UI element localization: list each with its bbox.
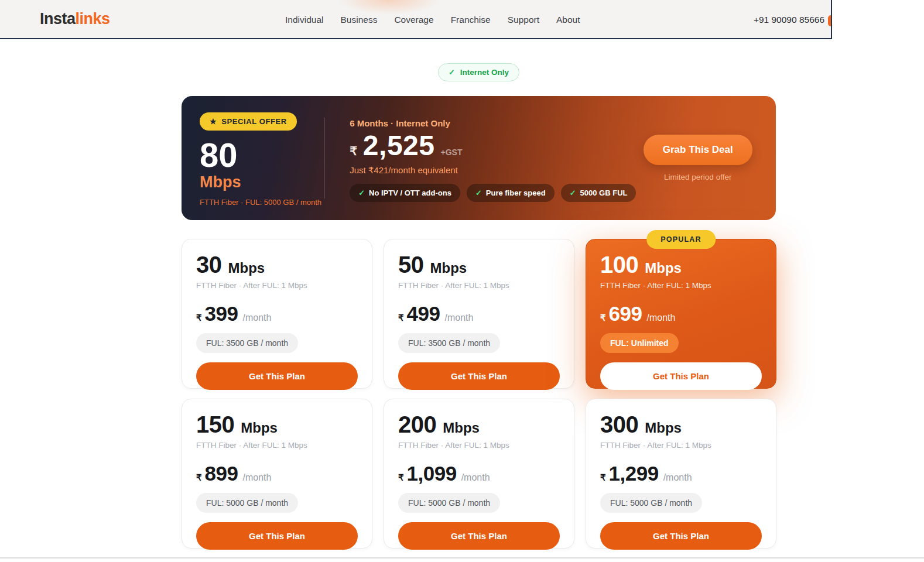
offer-speed-unit: Mbps [200,174,324,191]
main-content: ✓ Internet Only ★ SPECIAL OFFER 80 Mbps … [182,39,776,549]
get-this-plan-button[interactable]: Get This Plan [600,362,762,390]
plan-price: 1,299 [609,463,659,484]
special-offer-badge: ★ SPECIAL OFFER [200,112,297,131]
plan-period: /month [461,472,490,483]
check-icon: ✓ [358,189,365,197]
special-offer-label: SPECIAL OFFER [221,117,287,126]
offer-duration: 6 Months · Internet Only [350,118,636,128]
plan-card-100mbps-popular: POPULAR 100 Mbps FTTH Fiber · After FUL:… [586,239,776,389]
plan-speed-unit: Mbps [430,260,467,276]
get-this-plan-button[interactable]: Get This Plan [196,522,358,550]
popular-badge: POPULAR [646,230,716,249]
plans-grid: 30 Mbps FTTH Fiber · After FUL: 1 Mbps ₹… [182,239,776,549]
plan-speed: 300 [600,413,638,436]
plan-meta: FTTH Fiber · After FUL: 1 Mbps [196,441,358,450]
plan-meta: FTTH Fiber · After FUL: 1 Mbps [398,281,560,290]
get-this-plan-button[interactable]: Get This Plan [398,362,560,390]
plan-price: 499 [407,303,440,324]
nav-about[interactable]: About [556,15,580,25]
internet-only-toggle[interactable]: ✓ Internet Only [438,63,519,81]
plan-speed-unit: Mbps [645,420,682,436]
plan-card-50mbps: 50 Mbps FTTH Fiber · After FUL: 1 Mbps ₹… [384,239,574,389]
logo-part2: links [76,10,110,28]
limited-period-note: Limited period offer [664,173,731,181]
feature-label: No IPTV / OTT add-ons [369,189,451,197]
plan-card-30mbps: 30 Mbps FTTH Fiber · After FUL: 1 Mbps ₹… [182,239,372,389]
nav-franchise[interactable]: Franchise [451,15,491,25]
rupee-icon: ₹ [196,313,202,323]
plan-speed-unit: Mbps [645,260,682,276]
rupee-icon: ₹ [350,144,357,158]
star-icon: ★ [210,117,217,126]
plan-meta: FTTH Fiber · After FUL: 1 Mbps [196,281,358,290]
check-icon: ✓ [570,189,576,197]
plan-speed: 150 [196,413,234,436]
feature-label: 5000 GB FUL [580,189,628,197]
nav-individual[interactable]: Individual [285,15,324,25]
plan-speed-unit: Mbps [228,260,265,276]
plan-ful-badge: FUL: Unlimited [600,333,679,353]
feature-pill: ✓ Pure fiber speed [467,184,555,202]
plan-speed: 30 [196,253,222,276]
offer-left-section: ★ SPECIAL OFFER 80 Mbps FTTH Fiber · FUL… [182,112,324,204]
special-offer-banner: ★ SPECIAL OFFER 80 Mbps FTTH Fiber · FUL… [182,96,776,220]
plan-ful-badge: FUL: 3500 GB / month [196,333,298,353]
plan-meta: FTTH Fiber · After FUL: 1 Mbps [600,441,762,450]
offer-right-section: Grab This Deal Limited period offer [636,112,776,204]
logo-part1: Insta [40,10,76,28]
filter-label: Internet Only [460,68,509,77]
nav-support[interactable]: Support [508,15,539,25]
feature-pill: ✓ 5000 GB FUL [561,184,636,202]
offer-equivalent: Just ₹421/month equivalent [350,165,636,176]
main-nav: Individual Business Coverage Franchise S… [285,15,580,25]
plan-price: 1,099 [407,463,457,484]
plan-speed-unit: Mbps [241,420,278,436]
get-this-plan-button[interactable]: Get This Plan [196,362,358,390]
offer-price-row: ₹ 2,525 +GST [350,132,636,160]
rupee-icon: ₹ [398,313,404,323]
plan-period: /month [646,313,675,323]
filter-row: ✓ Internet Only [182,39,776,81]
plan-card-200mbps: 200 Mbps FTTH Fiber · After FUL: 1 Mbps … [384,399,574,549]
decorative-glow [340,0,439,14]
plan-meta: FTTH Fiber · After FUL: 1 Mbps [600,281,762,290]
nav-business[interactable]: Business [341,15,378,25]
grab-this-deal-button[interactable]: Grab This Deal [644,135,752,165]
header-cta-partial-button[interactable] [828,15,831,26]
offer-price: 2,525 [363,132,435,160]
rupee-icon: ₹ [600,472,606,483]
plan-period: /month [444,313,473,323]
plan-period: /month [242,313,271,323]
get-this-plan-button[interactable]: Get This Plan [600,522,762,550]
rupee-icon: ₹ [398,472,404,483]
plan-price: 899 [205,463,238,484]
plan-period: /month [242,472,271,483]
plan-ful-badge: FUL: 5000 GB / month [600,493,702,513]
plan-ful-badge: FUL: 5000 GB / month [196,493,298,513]
header: Instalinks Individual Business Coverage … [0,0,832,39]
plan-speed: 50 [398,253,424,276]
nav-coverage[interactable]: Coverage [394,15,433,25]
check-icon: ✓ [449,68,455,77]
offer-features: ✓ No IPTV / OTT add-ons ✓ Pure fiber spe… [350,184,636,202]
feature-pill: ✓ No IPTV / OTT add-ons [350,184,460,202]
offer-meta: FTTH Fiber · FUL: 5000 GB / month [200,198,324,207]
offer-gst-note: +GST [440,148,462,157]
plan-speed: 200 [398,413,436,436]
plan-price: 399 [205,303,238,324]
plan-meta: FTTH Fiber · After FUL: 1 Mbps [398,441,560,450]
feature-label: Pure fiber speed [486,189,546,197]
plan-ful-badge: FUL: 3500 GB / month [398,333,500,353]
plan-speed: 100 [600,253,638,276]
logo[interactable]: Instalinks [40,10,110,28]
plan-ful-badge: FUL: 5000 GB / month [398,493,500,513]
plan-card-150mbps: 150 Mbps FTTH Fiber · After FUL: 1 Mbps … [182,399,372,549]
get-this-plan-button[interactable]: Get This Plan [398,522,560,550]
offer-speed: 80 [200,138,324,172]
plan-period: /month [663,472,692,483]
offer-middle-section: 6 Months · Internet Only ₹ 2,525 +GST Ju… [325,112,636,204]
plan-card-300mbps: 300 Mbps FTTH Fiber · After FUL: 1 Mbps … [586,399,776,549]
phone-number[interactable]: +91 90090 85666 [754,15,824,25]
footer-divider [0,557,924,558]
plan-speed-unit: Mbps [443,420,480,436]
